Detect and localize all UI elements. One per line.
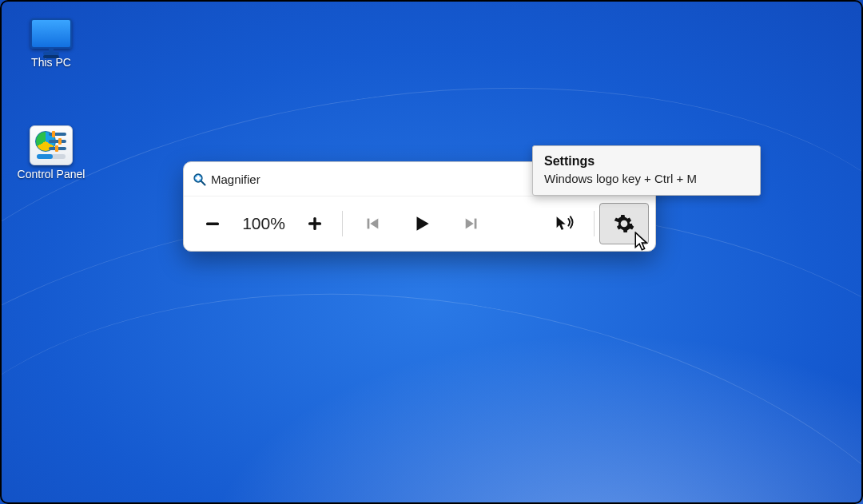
- svg-rect-4: [206, 223, 219, 225]
- desktop-icon-control-panel[interactable]: Control Panel: [11, 128, 91, 181]
- svg-marker-8: [370, 219, 378, 229]
- play-button[interactable]: [397, 204, 447, 243]
- svg-rect-7: [368, 219, 370, 229]
- divider: [594, 211, 595, 236]
- settings-tooltip: Settings Windows logo key + Ctrl + M: [532, 145, 761, 196]
- zoom-in-button[interactable]: [292, 204, 337, 243]
- tooltip-title: Settings: [544, 154, 749, 169]
- zoom-out-button[interactable]: [190, 204, 235, 243]
- next-button[interactable]: [447, 204, 496, 243]
- monitor-icon: [30, 16, 73, 51]
- svg-line-3: [201, 181, 205, 185]
- svg-rect-6: [313, 217, 316, 230]
- cursor-sound-icon: [555, 214, 575, 233]
- svg-marker-12: [557, 216, 566, 229]
- read-aloud-cursor-button[interactable]: [541, 204, 589, 243]
- svg-rect-11: [475, 219, 477, 229]
- divider: [342, 211, 343, 236]
- tooltip-shortcut: Windows logo key + Ctrl + M: [544, 172, 749, 185]
- play-icon: [412, 213, 432, 234]
- control-panel-icon: [30, 128, 73, 163]
- skip-next-icon: [463, 215, 480, 232]
- svg-marker-9: [417, 216, 429, 230]
- window-title: Magnifier: [211, 173, 260, 186]
- svg-rect-2: [196, 177, 201, 180]
- magnifier-app-icon: [192, 172, 206, 186]
- desktop-icon-label: This PC: [11, 56, 91, 69]
- skip-previous-icon: [364, 215, 381, 232]
- gear-icon: [614, 213, 634, 234]
- desktop-icon-label: Control Panel: [11, 168, 91, 181]
- zoom-level-value: 100%: [235, 214, 292, 233]
- settings-button[interactable]: [599, 203, 649, 244]
- previous-button[interactable]: [348, 204, 397, 243]
- plus-icon: [305, 214, 324, 233]
- minus-icon: [203, 214, 222, 233]
- svg-marker-10: [466, 219, 474, 229]
- desktop-icon-this-pc[interactable]: This PC: [11, 16, 91, 69]
- desktop-wallpaper: [0, 0, 863, 504]
- magnifier-toolbar: 100%: [184, 196, 655, 251]
